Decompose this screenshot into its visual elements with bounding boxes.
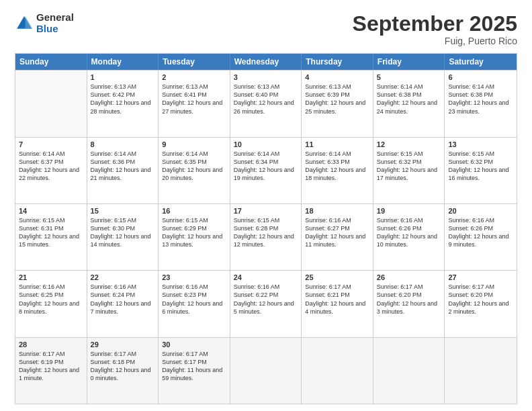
day-number: 19	[377, 207, 441, 215]
calendar-cell: 3Sunrise: 6:13 AM Sunset: 6:40 PM Daylig…	[230, 71, 302, 136]
location: Fuig, Puerto Rico	[353, 36, 517, 46]
calendar-cell: 27Sunrise: 6:17 AM Sunset: 6:20 PM Dayli…	[445, 271, 517, 336]
day-info: Sunrise: 6:15 AM Sunset: 6:28 PM Dayligh…	[234, 216, 298, 249]
calendar-cell: 7Sunrise: 6:14 AM Sunset: 6:37 PM Daylig…	[15, 138, 87, 203]
day-number: 4	[305, 73, 369, 81]
month-year: September 2025	[353, 12, 517, 36]
day-number: 12	[377, 140, 441, 148]
day-number: 29	[91, 340, 155, 349]
header: General Blue September 2025 Fuig, Puerto…	[15, 12, 517, 46]
day-info: Sunrise: 6:15 AM Sunset: 6:31 PM Dayligh…	[19, 216, 83, 249]
calendar-cell: 15Sunrise: 6:15 AM Sunset: 6:30 PM Dayli…	[87, 204, 159, 270]
day-number: 10	[234, 140, 298, 148]
day-info: Sunrise: 6:17 AM Sunset: 6:20 PM Dayligh…	[377, 283, 441, 316]
calendar-cell	[230, 338, 302, 404]
day-number: 14	[19, 207, 83, 215]
calendar-cell: 30Sunrise: 6:17 AM Sunset: 6:17 PM Dayli…	[159, 338, 230, 404]
weekday-header: Friday	[373, 54, 445, 70]
calendar: SundayMondayTuesdayWednesdayThursdayFrid…	[15, 53, 517, 404]
weekday-header: Saturday	[445, 54, 517, 70]
day-number: 30	[162, 340, 226, 349]
day-number: 15	[91, 207, 155, 215]
day-info: Sunrise: 6:17 AM Sunset: 6:18 PM Dayligh…	[91, 350, 155, 383]
day-info: Sunrise: 6:15 AM Sunset: 6:29 PM Dayligh…	[162, 216, 226, 249]
page: General Blue September 2025 Fuig, Puerto…	[0, 0, 532, 411]
day-number: 3	[234, 73, 298, 81]
day-number: 6	[448, 73, 513, 81]
calendar-row: 28Sunrise: 6:17 AM Sunset: 6:19 PM Dayli…	[15, 337, 517, 404]
day-info: Sunrise: 6:14 AM Sunset: 6:34 PM Dayligh…	[234, 150, 298, 183]
day-number: 20	[448, 207, 513, 215]
day-info: Sunrise: 6:13 AM Sunset: 6:42 PM Dayligh…	[91, 83, 155, 116]
calendar-cell: 12Sunrise: 6:15 AM Sunset: 6:32 PM Dayli…	[373, 138, 445, 203]
day-number: 25	[305, 273, 369, 281]
day-info: Sunrise: 6:16 AM Sunset: 6:27 PM Dayligh…	[305, 216, 369, 249]
day-info: Sunrise: 6:17 AM Sunset: 6:21 PM Dayligh…	[305, 283, 369, 316]
calendar-body: 1Sunrise: 6:13 AM Sunset: 6:42 PM Daylig…	[15, 70, 517, 404]
day-info: Sunrise: 6:16 AM Sunset: 6:23 PM Dayligh…	[162, 283, 226, 316]
calendar-cell: 4Sunrise: 6:13 AM Sunset: 6:39 PM Daylig…	[302, 71, 373, 136]
logo: General Blue	[15, 12, 74, 34]
calendar-cell: 5Sunrise: 6:14 AM Sunset: 6:38 PM Daylig…	[373, 71, 445, 136]
logo-text: General Blue	[36, 12, 74, 34]
logo-icon	[15, 14, 34, 33]
day-number: 21	[19, 273, 83, 281]
day-number: 9	[162, 140, 226, 148]
day-info: Sunrise: 6:17 AM Sunset: 6:20 PM Dayligh…	[448, 283, 513, 316]
day-info: Sunrise: 6:16 AM Sunset: 6:22 PM Dayligh…	[234, 283, 298, 316]
calendar-cell: 26Sunrise: 6:17 AM Sunset: 6:20 PM Dayli…	[373, 271, 445, 336]
day-number: 17	[234, 207, 298, 215]
day-number: 28	[19, 340, 83, 349]
day-info: Sunrise: 6:14 AM Sunset: 6:35 PM Dayligh…	[162, 150, 226, 183]
calendar-cell	[373, 338, 445, 404]
day-number: 24	[234, 273, 298, 281]
calendar-row: 14Sunrise: 6:15 AM Sunset: 6:31 PM Dayli…	[15, 203, 517, 270]
weekday-header: Monday	[87, 54, 159, 70]
calendar-cell	[15, 71, 87, 136]
day-number: 11	[305, 140, 369, 148]
day-number: 5	[377, 73, 441, 81]
day-info: Sunrise: 6:17 AM Sunset: 6:17 PM Dayligh…	[162, 350, 226, 383]
calendar-header: SundayMondayTuesdayWednesdayThursdayFrid…	[15, 54, 517, 70]
day-info: Sunrise: 6:14 AM Sunset: 6:37 PM Dayligh…	[19, 150, 83, 183]
logo-line1: General	[36, 12, 74, 24]
calendar-row: 21Sunrise: 6:16 AM Sunset: 6:25 PM Dayli…	[15, 270, 517, 336]
weekday-header: Tuesday	[159, 54, 230, 70]
calendar-cell: 1Sunrise: 6:13 AM Sunset: 6:42 PM Daylig…	[87, 71, 159, 136]
day-info: Sunrise: 6:16 AM Sunset: 6:25 PM Dayligh…	[19, 283, 83, 316]
day-info: Sunrise: 6:16 AM Sunset: 6:24 PM Dayligh…	[91, 283, 155, 316]
day-number: 26	[377, 273, 441, 281]
calendar-cell: 19Sunrise: 6:16 AM Sunset: 6:26 PM Dayli…	[373, 204, 445, 270]
day-number: 8	[91, 140, 155, 148]
calendar-cell: 21Sunrise: 6:16 AM Sunset: 6:25 PM Dayli…	[15, 271, 87, 336]
day-info: Sunrise: 6:15 AM Sunset: 6:30 PM Dayligh…	[91, 216, 155, 249]
calendar-cell: 14Sunrise: 6:15 AM Sunset: 6:31 PM Dayli…	[15, 204, 87, 270]
day-info: Sunrise: 6:16 AM Sunset: 6:26 PM Dayligh…	[377, 216, 441, 249]
calendar-cell: 29Sunrise: 6:17 AM Sunset: 6:18 PM Dayli…	[87, 338, 159, 404]
calendar-cell: 16Sunrise: 6:15 AM Sunset: 6:29 PM Dayli…	[159, 204, 230, 270]
day-number: 16	[162, 207, 226, 215]
day-number: 27	[448, 273, 513, 281]
calendar-cell	[445, 338, 517, 404]
calendar-cell: 24Sunrise: 6:16 AM Sunset: 6:22 PM Dayli…	[230, 271, 302, 336]
day-number: 18	[305, 207, 369, 215]
weekday-header: Thursday	[302, 54, 373, 70]
calendar-cell: 8Sunrise: 6:14 AM Sunset: 6:36 PM Daylig…	[87, 138, 159, 203]
calendar-cell: 18Sunrise: 6:16 AM Sunset: 6:27 PM Dayli…	[302, 204, 373, 270]
day-info: Sunrise: 6:16 AM Sunset: 6:26 PM Dayligh…	[448, 216, 513, 249]
day-info: Sunrise: 6:15 AM Sunset: 6:32 PM Dayligh…	[448, 150, 513, 183]
day-info: Sunrise: 6:14 AM Sunset: 6:36 PM Dayligh…	[91, 150, 155, 183]
day-info: Sunrise: 6:15 AM Sunset: 6:32 PM Dayligh…	[377, 150, 441, 183]
calendar-cell: 2Sunrise: 6:13 AM Sunset: 6:41 PM Daylig…	[159, 71, 230, 136]
day-info: Sunrise: 6:14 AM Sunset: 6:33 PM Dayligh…	[305, 150, 369, 183]
day-number: 22	[91, 273, 155, 281]
day-info: Sunrise: 6:13 AM Sunset: 6:40 PM Dayligh…	[234, 83, 298, 116]
title-block: September 2025 Fuig, Puerto Rico	[353, 12, 517, 46]
calendar-cell: 13Sunrise: 6:15 AM Sunset: 6:32 PM Dayli…	[445, 138, 517, 203]
calendar-cell: 11Sunrise: 6:14 AM Sunset: 6:33 PM Dayli…	[302, 138, 373, 203]
calendar-cell: 10Sunrise: 6:14 AM Sunset: 6:34 PM Dayli…	[230, 138, 302, 203]
calendar-cell: 20Sunrise: 6:16 AM Sunset: 6:26 PM Dayli…	[445, 204, 517, 270]
day-info: Sunrise: 6:14 AM Sunset: 6:38 PM Dayligh…	[448, 83, 513, 116]
logo-line2: Blue	[36, 24, 74, 35]
calendar-cell: 6Sunrise: 6:14 AM Sunset: 6:38 PM Daylig…	[445, 71, 517, 136]
